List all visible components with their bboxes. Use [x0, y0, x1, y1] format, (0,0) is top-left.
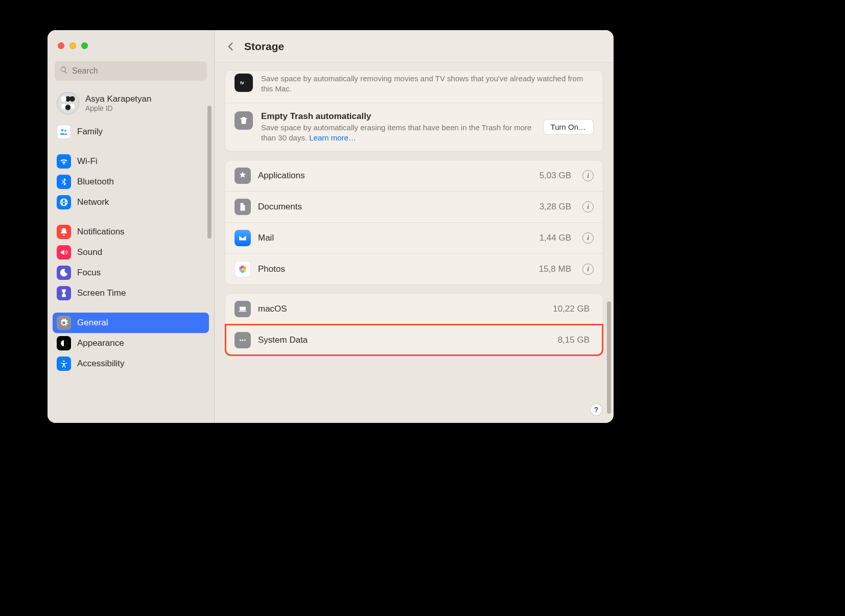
- sidebar-item-label: Screen Time: [77, 288, 126, 298]
- category-row-mail[interactable]: Mail 1,44 GB i: [225, 222, 603, 253]
- sidebar-item-wifi[interactable]: Wi-Fi: [53, 151, 209, 172]
- info-icon[interactable]: i: [582, 232, 594, 244]
- svg-point-14: [242, 340, 244, 341]
- system-card: macOS 10,22 GB System Data 8,15 GB: [225, 293, 603, 356]
- sidebar-item-label: Wi-Fi: [77, 156, 98, 167]
- recommendation-trash: Empty Trash automatically Save space by …: [225, 103, 603, 152]
- applications-icon: [234, 168, 251, 184]
- sidebar-item-notifications[interactable]: Notifications: [53, 222, 209, 242]
- appearance-icon: [57, 336, 71, 350]
- documents-icon: [234, 199, 251, 215]
- bluetooth-icon: [57, 175, 71, 189]
- settings-window: Asya Karapetyan Apple ID Family Wi-Fi: [48, 30, 614, 423]
- toolbar: Storage: [215, 30, 614, 63]
- category-row-applications[interactable]: Applications 5,03 GB i: [225, 160, 603, 191]
- network-icon: [57, 195, 71, 209]
- help-button[interactable]: ?: [590, 404, 602, 416]
- macos-icon: [234, 301, 251, 317]
- sidebar-scrollbar[interactable]: [207, 106, 212, 239]
- sidebar-item-label: Notifications: [77, 227, 125, 237]
- svg-rect-12: [239, 311, 247, 312]
- category-row-photos[interactable]: Photos 15,8 MB i: [225, 253, 603, 285]
- sidebar-item-bluetooth[interactable]: Bluetooth: [53, 172, 209, 192]
- system-data-icon: [234, 332, 251, 348]
- sidebar: Asya Karapetyan Apple ID Family Wi-Fi: [48, 30, 215, 423]
- main-pane: Storage tv Save space by automatically r…: [215, 30, 614, 423]
- photos-icon: [234, 261, 251, 277]
- sidebar-item-general[interactable]: General: [53, 313, 209, 333]
- category-size: 3,28 GB: [539, 202, 571, 212]
- sound-icon: [57, 245, 71, 259]
- account-name: Asya Karapetyan: [85, 94, 151, 104]
- system-label: macOS: [258, 304, 546, 314]
- minimize-window-button[interactable]: [69, 42, 76, 49]
- appletv-icon: tv: [234, 74, 253, 92]
- info-icon[interactable]: i: [582, 201, 594, 212]
- sidebar-item-label: General: [77, 318, 108, 328]
- family-icon: [57, 125, 71, 139]
- sidebar-item-label: Appearance: [77, 338, 124, 348]
- sidebar-item-label: Sound: [77, 247, 102, 257]
- search-field[interactable]: [55, 61, 207, 81]
- category-row-documents[interactable]: Documents 3,28 GB i: [225, 191, 603, 222]
- sidebar-item-focus[interactable]: Focus: [53, 263, 209, 283]
- category-label: Mail: [258, 233, 532, 243]
- screen-time-icon: [57, 286, 71, 300]
- info-icon[interactable]: i: [582, 264, 594, 275]
- mail-icon: [234, 230, 251, 246]
- page-title: Storage: [244, 40, 284, 53]
- category-size: 1,44 GB: [539, 233, 571, 243]
- sidebar-item-accessibility[interactable]: Accessibility: [53, 353, 209, 374]
- search-icon: [60, 66, 72, 76]
- svg-point-13: [240, 340, 241, 341]
- learn-more-link[interactable]: Learn more…: [309, 133, 356, 142]
- categories-card: Applications 5,03 GB i Documents 3,28 GB…: [225, 160, 603, 285]
- zoom-window-button[interactable]: [81, 42, 88, 49]
- recommendations-card: tv Save space by automatically removing …: [225, 70, 603, 152]
- svg-point-3: [63, 360, 65, 362]
- sidebar-item-label: Network: [77, 197, 109, 207]
- system-size: 10,22 GB: [553, 304, 590, 314]
- sidebar-item-label: Family: [77, 127, 103, 137]
- main-scrollbar-track[interactable]: [607, 64, 611, 414]
- svg-point-1: [64, 130, 66, 132]
- turn-on-button[interactable]: Turn On…: [543, 119, 594, 135]
- sidebar-item-label: Focus: [77, 268, 101, 278]
- system-size: 8,15 GB: [558, 335, 590, 345]
- sidebar-item-label: Accessibility: [77, 359, 125, 369]
- sidebar-item-label: Bluetooth: [77, 177, 114, 187]
- svg-text:tv: tv: [240, 80, 244, 85]
- recommendation-tv: tv Save space by automatically removing …: [225, 70, 603, 103]
- system-label: System Data: [258, 335, 551, 345]
- wifi-icon: [57, 154, 71, 169]
- info-icon[interactable]: i: [582, 170, 594, 181]
- svg-rect-11: [240, 307, 246, 311]
- close-window-button[interactable]: [58, 42, 64, 49]
- system-row-macos: macOS 10,22 GB: [225, 294, 603, 324]
- sidebar-nav: Family Wi-Fi Bluetooth: [48, 120, 214, 379]
- avatar: [57, 92, 79, 114]
- back-button[interactable]: [226, 41, 236, 52]
- trash-icon: [234, 111, 253, 130]
- category-label: Photos: [258, 264, 532, 274]
- focus-icon: [57, 266, 71, 280]
- sidebar-item-family[interactable]: Family: [53, 122, 209, 142]
- category-label: Applications: [258, 171, 532, 181]
- general-icon: [57, 316, 71, 330]
- svg-point-0: [61, 129, 64, 132]
- sidebar-item-sound[interactable]: Sound: [53, 242, 209, 263]
- category-size: 15,8 MB: [539, 264, 571, 274]
- category-label: Documents: [258, 202, 532, 212]
- account-sub: Apple ID: [85, 104, 151, 112]
- system-row-system-data: System Data 8,15 GB: [225, 324, 603, 356]
- search-input[interactable]: [72, 66, 202, 76]
- sidebar-item-network[interactable]: Network: [53, 192, 209, 212]
- recommendation-desc: Save space by automatically erasing item…: [261, 123, 535, 144]
- main-scrollbar-thumb[interactable]: [607, 301, 611, 414]
- sidebar-item-appearance[interactable]: Appearance: [53, 333, 209, 353]
- accessibility-icon: [57, 357, 71, 371]
- apple-id-account[interactable]: Asya Karapetyan Apple ID: [48, 88, 214, 120]
- svg-point-10: [239, 267, 242, 270]
- svg-point-15: [244, 340, 246, 341]
- sidebar-item-screen-time[interactable]: Screen Time: [53, 283, 209, 303]
